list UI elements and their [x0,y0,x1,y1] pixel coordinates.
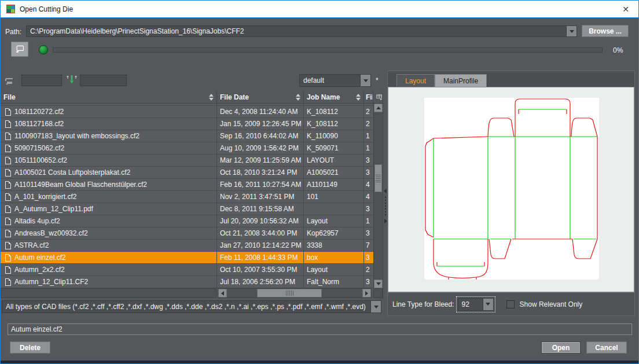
scroll-down-button[interactable] [374,280,383,288]
progress-percent: 0% [613,46,623,54]
preview-area [388,87,634,292]
collapse-left-icon[interactable] [384,189,387,193]
delete-button[interactable]: Delete [10,341,50,354]
file-date: Jul 18, 2006 2:56:20 PM [217,276,304,288]
preset-dropdown-arrow-icon[interactable] [360,75,370,86]
scroll-right-button[interactable] [362,289,371,297]
table-row[interactable]: AndreasB_wz00932.cf2 Oct 21, 2008 3:44:0… [1,227,373,240]
table-row[interactable]: A1005021 Costa Luftpolsterplakat.cf2 Oct… [1,167,373,179]
sort-arrows-icon[interactable] [296,94,300,101]
table-row[interactable]: Autumn_12_Clip11.CF2 Jul 18, 2006 2:56:2… [1,276,373,288]
table-row[interactable]: ASTRA.cf2 Jan 27, 2010 12:14:22 PM 3338 … [1,240,373,252]
bleed-line-type-combobox[interactable]: 92 [458,298,494,311]
file-filter-input[interactable] [21,75,62,86]
job-name [304,104,364,105]
file-icon [5,205,11,213]
file-name: Altadis 4up.cf2 [14,217,60,225]
file-name: ASTRA.cf2 [14,241,49,249]
file-icon [5,266,11,274]
job-name: A1005021 [304,167,364,178]
file-icon [5,278,11,286]
dieline-canvas [424,98,599,280]
table-row[interactable]: Autum einzel.cf2 Feb 11, 2008 1:44:33 PM… [1,252,373,264]
file-icon [5,133,11,140]
titlebar: Open Cutting Die ✕ [1,1,638,18]
tab-mainprofile[interactable]: MainProfile [435,74,487,87]
table-row[interactable]: 10511100652.cf2 Mar 12, 2009 11:25:59 AM… [1,155,373,167]
file-date: Oct 10, 2007 3:55:30 PM [217,264,304,275]
file-type-dropdown-arrow-icon[interactable] [370,301,381,312]
file-count: 4 [364,179,373,190]
cancel-button[interactable]: Cancel [586,341,627,354]
file-date [217,104,304,105]
file-date: Nov 2, 2011 3:47:51 PM [217,191,304,203]
file-icon [5,230,11,237]
table-row[interactable]: Autumn_2x2.cf2 Oct 10, 2007 3:55:30 PM L… [1,264,373,276]
file-date: Jan 27, 2010 12:14:22 PM [217,240,304,251]
close-icon[interactable]: ✕ [619,5,633,14]
column-header-files[interactable]: Fil [364,91,373,103]
job-name: A1101149 [304,179,364,190]
file-date: Mar 12, 2009 11:25:59 AM [217,155,304,166]
file-type-combobox[interactable]: All types of CAD files (*.cf2 ,*.cff ,*.… [2,300,381,313]
table-row[interactable]: 1081120272.cf2 Dec 4, 2008 11:24:40 AM K… [1,106,373,118]
path-label: Path: [5,28,21,36]
table-row[interactable]: 5090715062.cf2 Aug 10, 2009 1:56:42 PM K… [1,142,373,155]
filename-input[interactable] [8,323,632,335]
table-row[interactable]: A1101149Beam Global Flaschenstülper.cf2 … [1,179,373,191]
column-header-job-name[interactable]: Job Name [304,91,364,103]
column-picker-button[interactable] [373,91,383,103]
table-row[interactable]: Altadis 4up.cf2 Jul 20, 2009 10:56:32 AM… [1,215,373,227]
job-name: Kop62957 [304,227,364,239]
path-value: C:\ProgramData\Heidelberg\PrinectSignaSt… [27,27,566,35]
file-count: 4 [364,191,373,203]
file-icon [5,169,11,177]
file-name: A1101149Beam Global Flaschenstülper.cf2 [14,181,147,189]
path-dropdown-arrow-icon[interactable] [566,26,576,36]
preview-pane: Layout MainProfile [387,71,635,316]
sort-arrows-icon[interactable] [209,94,214,101]
job-name: Layout [304,215,364,227]
path-combobox[interactable]: C:\ProgramData\Heidelberg\PrinectSignaSt… [26,25,577,37]
tab-layout[interactable]: Layout [396,74,435,87]
file-table: 1081120272.cf2 Dec 4, 2008 11:24:40 AM K… [1,104,373,288]
vertical-scroll-thumb[interactable] [374,164,382,192]
browse-button[interactable]: Browse ... [582,25,629,37]
show-relevant-only-label: Show Relevant Only [520,300,583,308]
table-row[interactable]: A_101_korrigiert.cf2 Nov 2, 2011 3:47:51… [1,191,373,203]
file-count: 2 [364,264,373,275]
scroll-left-button[interactable] [218,289,227,297]
table-row[interactable]: 1081127168.cf2 Jan 15, 2009 12:26:45 PM … [1,118,373,130]
file-count: 7 [364,240,373,251]
refresh-preview-button[interactable] [11,42,28,57]
sort-filter-input[interactable] [80,75,127,86]
column-header-file[interactable]: File [1,91,217,103]
sort-arrows-icon[interactable] [356,94,361,101]
column-header-file-date[interactable]: File Date [217,91,304,103]
preset-combobox[interactable]: default [299,74,371,87]
table-vertical-scrollbar[interactable] [373,104,383,288]
file-count: 3 [364,167,373,178]
table-row[interactable]: A_Autumn_12_Clip11.pdf Dec 8, 2011 9:15:… [1,203,373,215]
file-type-value: All types of CAD files (*.cf2 ,*.cff ,*.… [2,303,370,311]
column-picker-icon [376,94,383,101]
horizontal-scroll-track[interactable] [227,289,362,297]
bleed-dropdown-arrow-icon[interactable] [483,299,493,310]
scroll-up-button[interactable] [374,104,383,112]
progress-bar [53,47,603,53]
table-row[interactable]: 1100907183_layout with embossings.cf2 Se… [1,130,373,142]
file-date: Dec 4, 2008 11:24:40 AM [217,106,304,117]
table-horizontal-scrollbar[interactable] [218,288,372,298]
preset-modified-marker: * [376,76,379,84]
file-count: 3 [364,155,373,166]
thumb-grip [286,291,293,296]
file-count: 3 [364,203,373,215]
show-relevant-only-checkbox[interactable] [506,300,515,308]
preset-value: default [300,76,360,84]
horizontal-scroll-thumb[interactable] [257,289,322,297]
splitter[interactable] [383,91,387,299]
job-name: 101 [304,191,364,203]
file-date: Jul 20, 2009 10:56:32 AM [217,215,304,227]
job-name: K_108112 [304,106,364,117]
open-button[interactable]: Open [541,341,581,354]
